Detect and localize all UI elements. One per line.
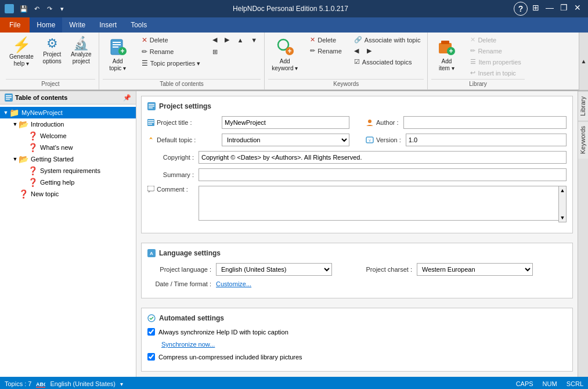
project-settings-icon [147, 102, 156, 110]
copyright-input[interactable] [199, 151, 567, 164]
tree-item-sysreq[interactable]: ▶ ❓ System requirements [0, 165, 136, 177]
tree-expand-root[interactable]: ▼ [2, 109, 9, 116]
restore-window-button[interactable]: ⊞ [530, 2, 542, 13]
project-settings-section: Project settings Project title : [141, 96, 573, 233]
minimize-button[interactable]: — [544, 2, 555, 13]
tree-item-root[interactable]: ▼ 📁 MyNewProject [0, 107, 136, 118]
delete-label: Delete [150, 37, 168, 44]
rename-lib-icon: ✏ [470, 47, 475, 55]
sync-helpid-checkbox[interactable] [147, 328, 155, 336]
help-button[interactable]: ? [514, 2, 528, 16]
rename-kw-icon: ✏ [310, 47, 315, 55]
nav-up2-button[interactable]: ▲ [233, 35, 247, 45]
maximize-button[interactable]: ❐ [558, 2, 569, 13]
comment-row: Comment : ▲ ▼ [147, 186, 567, 222]
nav-grid-button[interactable]: ⊞ [209, 47, 221, 57]
add-item-button[interactable]: + Additem ▾ [431, 35, 461, 72]
rename-item-button: ✏ Rename [467, 46, 524, 56]
customize-link[interactable]: Customize... [216, 280, 251, 287]
rename-lib-label: Rename [478, 48, 502, 55]
project-charset-select[interactable]: Western European [417, 263, 533, 276]
menu-tools[interactable]: Tools [124, 17, 154, 33]
sync-now-link[interactable]: Synchronize now... [161, 341, 215, 348]
delete-topic-button[interactable]: ✕ Delete [138, 35, 204, 45]
menu-home[interactable]: Home [30, 17, 62, 33]
ribbon: ⚡ Generatehelp ▾ ⚙ Projectoptions 🔬 Anal… [0, 33, 588, 91]
project-title-input[interactable] [222, 116, 349, 129]
tree-item-welcome[interactable]: ▶ ❓ Welcome [0, 130, 136, 142]
delete-keyword-button[interactable]: ✕ Delete [306, 35, 345, 45]
close-button[interactable]: ✕ [572, 2, 583, 13]
svg-rect-15 [6, 95, 12, 96]
tree-expand-gettingstarted[interactable]: ▼ [12, 156, 19, 163]
spell-check-indicator[interactable]: ABC [36, 380, 45, 388]
rename-keyword-button[interactable]: ✏ Rename [306, 46, 345, 56]
add-keyword-button[interactable]: + Addkeyword ▾ [268, 35, 301, 72]
more-quick-btn[interactable]: ▾ [57, 3, 67, 14]
topic-properties-button[interactable]: ☰ Topic properties ▾ [138, 58, 204, 69]
add-topic-icon-wrap: + [109, 37, 127, 57]
project-options-icon: ⚙ [46, 37, 58, 50]
add-topic-button[interactable]: + Addtopic ▾ [103, 35, 133, 72]
project-language-select[interactable]: English (United States) [216, 263, 332, 276]
menu-write[interactable]: Write [62, 17, 92, 33]
caps-indicator: CAPS [516, 380, 533, 387]
tree-item-gettingstarted[interactable]: ▼ 📂 Getting Started [0, 153, 136, 165]
tree-item-whatsnew[interactable]: ▶ ❓ What's new [0, 142, 136, 153]
tree-item-gettinghelp[interactable]: ▶ ❓ Getting help [0, 177, 136, 188]
undo-quick-btn[interactable]: ↶ [31, 3, 42, 14]
keywords-tab[interactable]: Keywords [578, 121, 588, 159]
svg-rect-20 [149, 106, 154, 107]
keyword-icon-svg: + [276, 37, 294, 56]
kw-nav-prev[interactable]: ◀ [351, 46, 362, 56]
assoc-topics-icon: ☑ [354, 58, 360, 66]
rename-topic-button[interactable]: ✏ Rename [138, 46, 204, 57]
associate-topic-button[interactable]: 🔗 Associate with topic [351, 35, 424, 45]
nav-up-button[interactable]: ◀ [209, 35, 221, 45]
kw-nav-row: ◀ ▶ [351, 46, 424, 56]
tree-icon-welcome: ❓ [28, 131, 38, 141]
kw-assoc-buttons: 🔗 Associate with topic ◀ ▶ ☑ Associated … [351, 35, 424, 67]
keywords-group-content: + Addkeyword ▾ ✕ Delete ✏ Rename [268, 35, 424, 78]
save-quick-btn[interactable]: 💾 [19, 3, 29, 14]
summary-input[interactable] [199, 168, 567, 181]
menu-file[interactable]: File [0, 17, 30, 33]
tree-item-newtopic[interactable]: ▶ ❓ New topic [0, 188, 136, 200]
nav-down-button[interactable]: ▼ [247, 35, 261, 45]
analyze-project-button[interactable]: 🔬 Analyzeproject [67, 35, 95, 72]
library-tab[interactable]: Library [578, 91, 588, 121]
version-input[interactable] [406, 134, 567, 146]
tree-item-intro[interactable]: ▼ 📂 Introduction [0, 118, 136, 130]
ribbon-collapse-button[interactable]: ▲ [579, 33, 588, 90]
summary-row: Summary : [147, 168, 567, 181]
project-title-icon [147, 119, 154, 126]
generate-help-button[interactable]: ⚡ Generatehelp ▾ [6, 35, 37, 72]
svg-text:v: v [369, 138, 371, 142]
panel-pin-button[interactable]: 📌 [123, 94, 131, 102]
title-bar-left: 💾 ↶ ↷ ▾ [5, 3, 67, 14]
scrollbar-up[interactable]: ▲ [560, 188, 565, 193]
tree-expand-intro[interactable]: ▼ [12, 121, 19, 128]
menu-insert[interactable]: Insert [92, 17, 124, 33]
ribbon-group-library: + Additem ▾ ✕ Delete ✏ Rename [428, 33, 528, 89]
associated-topics-button[interactable]: ☑ Associated topics [351, 57, 424, 67]
author-input[interactable] [403, 116, 567, 129]
comment-textarea[interactable] [199, 186, 567, 221]
nav-right-button[interactable]: ▶ [221, 35, 233, 45]
svg-text:+: + [449, 47, 453, 55]
summary-label: Summary : [147, 171, 194, 178]
delete-lib-icon: ✕ [470, 36, 475, 44]
analyze-project-label: Analyzeproject [71, 51, 92, 65]
comment-label: Comment : [157, 186, 188, 193]
delete-lib-label: Delete [478, 37, 496, 44]
right-side-tabs: Library Keywords [578, 91, 588, 377]
toc-nav-row2: ⊞ [209, 47, 261, 57]
compress-pics-checkbox[interactable] [147, 353, 155, 361]
redo-quick-btn[interactable]: ↷ [44, 3, 55, 14]
language-dropdown[interactable]: ▾ [120, 381, 123, 387]
scrollbar-down[interactable]: ▼ [560, 215, 565, 221]
kw-nav-next[interactable]: ▶ [363, 46, 375, 56]
project-title-label-wrap: Project title : [147, 119, 217, 126]
default-topic-select[interactable]: Introduction [222, 134, 349, 146]
project-options-button[interactable]: ⚙ Projectoptions [38, 35, 66, 72]
